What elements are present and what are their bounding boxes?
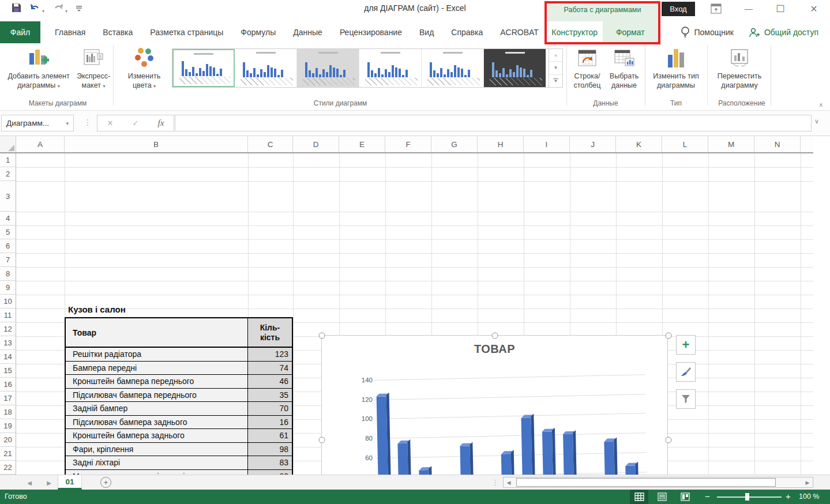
chart-bar[interactable] xyxy=(542,432,554,475)
table-row[interactable]: Задній бампер70 xyxy=(66,402,292,416)
row-header-18[interactable]: 18 xyxy=(0,405,16,419)
chart-styles-button[interactable] xyxy=(676,362,696,382)
table-row[interactable]: Кронштейн бампера заднього61 xyxy=(66,429,292,443)
table-row[interactable]: Кронштейн бампера переднього46 xyxy=(66,375,292,389)
insert-function-button[interactable]: fx xyxy=(158,118,164,128)
chart-style-thumbnail-4[interactable] xyxy=(359,49,422,87)
table-row[interactable]: Задні ліхтарі83 xyxy=(66,456,292,470)
row-header-2[interactable]: 2 xyxy=(0,167,16,181)
quick-layout-button[interactable]: Экспресс- макет ▾ xyxy=(75,47,112,91)
share-button[interactable]: Общий доступ xyxy=(749,27,818,37)
scroll-left-button[interactable]: ◀ xyxy=(504,477,514,487)
row-header-15[interactable]: 15 xyxy=(0,364,16,378)
row-header-12[interactable]: 12 xyxy=(0,322,16,336)
sign-in-button[interactable]: Вход xyxy=(662,2,695,16)
horizontal-scrollbar[interactable]: ◀ ▶ xyxy=(503,477,813,488)
tab-7[interactable]: Вид xyxy=(411,21,442,43)
chart-bar[interactable] xyxy=(521,418,533,475)
chart-resize-handle[interactable] xyxy=(666,333,672,339)
contextual-tab-design[interactable]: Конструктор xyxy=(547,21,603,43)
gallery-scroll-down-button[interactable]: ▼ xyxy=(549,62,562,74)
row-header-20[interactable]: 20 xyxy=(0,433,16,447)
tab-3[interactable]: Разметка страницы xyxy=(141,21,232,43)
table-row[interactable]: Бампера передні74 xyxy=(66,362,292,375)
column-header-A[interactable]: A xyxy=(16,136,65,152)
chart-resize-handle[interactable] xyxy=(666,437,672,443)
close-button[interactable]: ✕ xyxy=(805,2,823,15)
table-row[interactable]: Підсилювач бампера заднього16 xyxy=(66,416,292,430)
column-header-L[interactable]: L xyxy=(662,136,708,152)
row-header-10[interactable]: 10 xyxy=(0,295,16,309)
column-header-H[interactable]: H xyxy=(478,136,524,152)
chart-bar[interactable] xyxy=(419,470,430,475)
expand-formula-bar-icon[interactable]: ∨ xyxy=(814,118,819,125)
row-header-8[interactable]: 8 xyxy=(0,267,16,281)
formula-input[interactable] xyxy=(175,115,812,131)
ribbon-display-options-button[interactable] xyxy=(707,2,724,15)
zoom-out-button[interactable]: − xyxy=(705,491,710,501)
chart-resize-handle[interactable] xyxy=(319,437,325,443)
zoom-slider-track[interactable] xyxy=(717,497,782,498)
row-header-4[interactable]: 4 xyxy=(0,212,16,225)
chart-bar[interactable] xyxy=(563,434,574,475)
chart-bar[interactable] xyxy=(604,441,616,475)
confirm-entry-button[interactable]: ✓ xyxy=(133,119,139,127)
column-header-N[interactable]: N xyxy=(754,136,801,152)
chart-object[interactable]: ТОВАР 020406080100120140 Решітки радіато… xyxy=(321,335,668,475)
tab-9[interactable]: ACROBAT xyxy=(491,21,547,43)
column-header-J[interactable]: J xyxy=(570,136,616,152)
row-header-6[interactable]: 6 xyxy=(0,239,16,253)
row-header-17[interactable]: 17 xyxy=(0,392,16,405)
select-data-button[interactable]: Выбрать данные xyxy=(606,47,643,91)
page-layout-view-button[interactable] xyxy=(653,490,671,504)
row-header-19[interactable]: 19 xyxy=(0,419,16,433)
name-box[interactable]: Диаграмм... ▾ xyxy=(1,115,74,131)
chart-bar[interactable] xyxy=(501,454,512,475)
zoom-slider-thumb[interactable] xyxy=(745,493,749,501)
row-header-9[interactable]: 9 xyxy=(0,281,16,295)
table-row[interactable]: Фари, кріплення98 xyxy=(66,443,292,457)
gallery-scroll-up-button[interactable]: ▲ xyxy=(549,49,562,62)
minimize-button[interactable]: — xyxy=(740,2,757,15)
column-header-F[interactable]: F xyxy=(385,136,431,152)
row-header-21[interactable]: 21 xyxy=(0,447,16,461)
change-chart-type-button[interactable]: Изменить тип диаграммы xyxy=(647,47,705,91)
tab-8[interactable]: Справка xyxy=(442,21,491,43)
column-header-K[interactable]: K xyxy=(616,136,662,152)
chart-style-thumbnail-2[interactable] xyxy=(235,49,297,87)
tab-split-handle[interactable]: ⋮ xyxy=(491,478,499,487)
spreadsheet-grid[interactable]: ABCDEFGHIJKLMN 1234567891011121314151617… xyxy=(0,136,813,475)
move-chart-button[interactable]: Переместить диаграмму xyxy=(711,47,768,91)
column-header-C[interactable]: C xyxy=(248,136,293,152)
chart-filters-button[interactable] xyxy=(676,389,696,409)
table-row[interactable]: Молдинги, декоративні деталі кузова80 xyxy=(66,470,292,475)
column-header-G[interactable]: G xyxy=(431,136,478,152)
tab-5[interactable]: Данные xyxy=(284,21,331,43)
cancel-entry-button[interactable]: ✕ xyxy=(107,119,114,127)
chart-resize-handle[interactable] xyxy=(319,333,325,339)
change-colors-button[interactable]: Изменить цвета ▾ xyxy=(119,47,170,91)
collapse-ribbon-button[interactable]: ∧ xyxy=(819,101,823,108)
table-title-cell[interactable]: Кузов і салон xyxy=(68,304,126,314)
tab-1[interactable]: Главная xyxy=(46,21,94,43)
chart-style-thumbnail-3[interactable] xyxy=(297,49,359,87)
next-sheet-button[interactable]: ▶ xyxy=(40,475,58,490)
row-header-16[interactable]: 16 xyxy=(0,378,16,392)
page-break-view-button[interactable] xyxy=(676,490,694,504)
row-header-13[interactable]: 13 xyxy=(0,336,16,350)
chart-bar[interactable] xyxy=(376,397,388,475)
chart-bar[interactable] xyxy=(398,443,410,475)
tab-6[interactable]: Рецензирование xyxy=(331,21,411,43)
contextual-tab-format[interactable]: Формат xyxy=(603,21,659,43)
chart-style-thumbnail-6[interactable] xyxy=(484,49,546,87)
row-header-3[interactable]: 3 xyxy=(0,181,16,212)
chart-bar[interactable] xyxy=(625,466,636,475)
column-header-E[interactable]: E xyxy=(339,136,385,152)
select-all-corner[interactable] xyxy=(0,136,16,152)
chart-style-thumbnail-5[interactable] xyxy=(422,49,484,87)
row-header-22[interactable]: 22 xyxy=(0,461,16,475)
data-table[interactable]: ТоварКіль-кістьРешітки радіатора123Бампе… xyxy=(65,317,293,475)
column-header-I[interactable]: I xyxy=(524,136,570,152)
tab-file[interactable]: Файл xyxy=(0,21,40,43)
maximize-button[interactable]: ☐ xyxy=(772,2,789,15)
